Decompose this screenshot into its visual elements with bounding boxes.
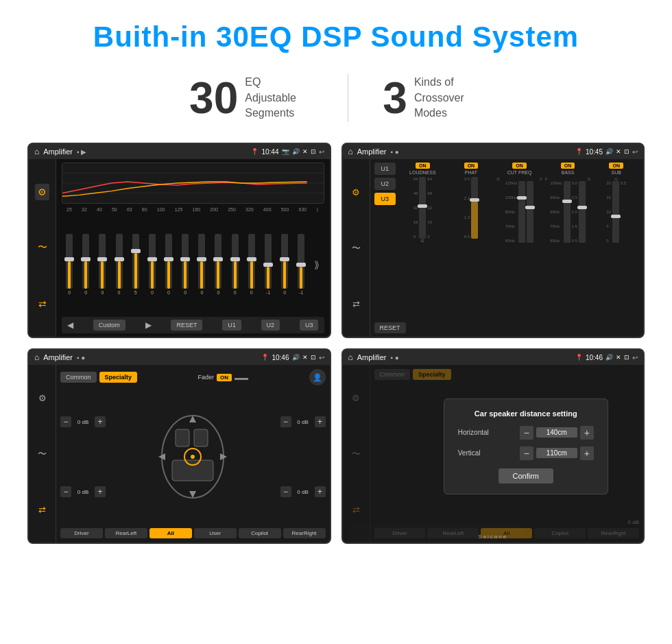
return-icon-3[interactable]: ↩ [319, 354, 324, 361]
slider-7[interactable]: 0 [182, 234, 189, 295]
fader-on-btn[interactable]: ON [217, 374, 232, 381]
home-icon-1[interactable]: ⌂ [34, 147, 39, 156]
dialog-vertical-plus[interactable]: + [580, 446, 594, 460]
spk-rearright-btn[interactable]: RearRight [283, 528, 326, 538]
slider-4[interactable]: 5 [132, 234, 139, 295]
eq-u1-btn[interactable]: U1 [222, 320, 241, 331]
crossover-sidebar-icon-eq[interactable]: ⚙ [352, 187, 360, 198]
eq-u3-btn[interactable]: U3 [300, 320, 319, 331]
band-bass-slider1[interactable] [564, 181, 571, 243]
slider-10[interactable]: 0 [232, 234, 239, 295]
slider-2[interactable]: 0 [99, 234, 106, 295]
user-avatar-icon[interactable]: 👤 [309, 369, 326, 385]
db-plus-tr[interactable]: + [315, 416, 326, 427]
db-val-tr: 0 dB [293, 419, 313, 425]
eq-reset-btn[interactable]: RESET [171, 320, 202, 331]
eq-nav-forward[interactable]: ▶ [145, 320, 152, 330]
db-plus-br[interactable]: + [315, 486, 326, 497]
eq-u2-btn[interactable]: U2 [261, 320, 280, 331]
eq-scroll-arrows[interactable]: ⟫ [314, 259, 320, 270]
return-icon-4[interactable]: ↩ [632, 354, 638, 361]
eq-sidebar-icon-vol[interactable]: ⇄ [36, 296, 49, 312]
distance-dialog: Car speaker distance setting Horizontal … [444, 398, 608, 494]
db-minus-tr[interactable]: − [280, 416, 291, 427]
db-minus-bl[interactable]: − [60, 486, 71, 497]
speaker-sidebar-icon-wave[interactable]: 〜 [38, 448, 47, 460]
db-minus-br[interactable]: − [280, 486, 291, 497]
slider-5[interactable]: 0 [149, 234, 156, 295]
speaker-content: ⚙ 〜 ⇄ Common Specialty Fader ON ▬▬ 👤 [29, 365, 330, 542]
slider-8[interactable]: 0 [198, 234, 205, 295]
band-phat: ON PHAT 3.02.11.30.5 [448, 163, 494, 243]
speaker-common-btn[interactable]: Common [60, 372, 97, 383]
spk-rearleft-btn[interactable]: RearLeft [105, 528, 147, 538]
spk-all-btn[interactable]: All [149, 528, 192, 538]
band-bass-on[interactable]: ON [561, 163, 575, 169]
band-sub-on[interactable]: ON [609, 163, 623, 169]
volume-icon-2: 🔊 [605, 148, 613, 155]
eq-sidebar-icon-wave[interactable]: 〜 [35, 239, 50, 257]
app-title-2: Amplifier [357, 147, 387, 156]
slider-11[interactable]: 0 [248, 234, 255, 295]
band-loudness-slider[interactable] [419, 177, 426, 239]
speaker-sidebar-icon-bluetooth[interactable]: ⇄ [38, 505, 46, 515]
eq-bottom-bar: ◀ Custom ▶ RESET U1 U2 U3 [62, 317, 324, 333]
speaker-specialty-btn[interactable]: Specialty [99, 372, 138, 383]
db-minus-tl[interactable]: − [60, 416, 71, 427]
db-plus-bl[interactable]: + [95, 486, 106, 497]
band-cutfreq-slider2[interactable] [527, 181, 533, 243]
slider-13[interactable]: 0 [281, 234, 288, 295]
spk-user-btn[interactable]: User [194, 528, 237, 538]
db-plus-tl[interactable]: + [95, 416, 106, 427]
statusbar-left-4: ⌂ Amplifier ▪ ● [348, 353, 399, 362]
band-sub-slider[interactable] [612, 181, 619, 243]
time-3: 10:46 [272, 354, 289, 361]
eq-nav-back[interactable]: ◀ [67, 320, 73, 330]
crossover-reset-btn[interactable]: RESET [374, 322, 406, 333]
pin-icon-3: 📍 [261, 354, 269, 361]
screen-distance: ⌂ Amplifier ▪ ● 📍 10:46 🔊 ✕ ⊡ ↩ ⚙ 〜 ⇄ [341, 348, 645, 544]
home-icon-2[interactable]: ⌂ [348, 147, 353, 156]
band-cutfreq-on[interactable]: ON [512, 163, 527, 169]
crossover-main: U1 U2 U3 ON LOUDNESS 644832160 [370, 159, 644, 337]
return-icon-1[interactable]: ↩ [319, 148, 324, 156]
dialog-vertical-minus[interactable]: − [520, 446, 533, 460]
bands-container: ON LOUDNESS 644832160 644832160 [400, 163, 639, 243]
spk-copilot-btn[interactable]: Copilot [239, 528, 281, 538]
band-cutfreq-slider1[interactable] [518, 181, 525, 243]
slider-0[interactable]: 0 [66, 234, 73, 295]
band-phat-slider[interactable] [471, 177, 478, 239]
band-loudness-on[interactable]: ON [416, 163, 430, 169]
fader-label: Fader [198, 374, 215, 381]
window-icon-3: ⊡ [311, 354, 316, 361]
db-val-bl: 0 dB [73, 489, 93, 495]
slider-1[interactable]: 0 [82, 234, 89, 295]
preset-u3[interactable]: U3 [374, 193, 396, 205]
slider-9[interactable]: 0 [215, 234, 221, 295]
slider-14[interactable]: -1 [298, 234, 304, 295]
spk-driver-btn[interactable]: Driver [60, 528, 103, 538]
slider-12[interactable]: -1 [265, 234, 272, 295]
home-icon-4[interactable]: ⌂ [348, 353, 353, 362]
preset-u1[interactable]: U1 [374, 163, 396, 175]
dialog-horizontal-minus[interactable]: − [520, 426, 533, 440]
band-phat-on[interactable]: ON [464, 163, 479, 169]
preset-u2[interactable]: U2 [374, 178, 396, 190]
eq-sidebar-icon-eq[interactable]: ⚙ [35, 184, 49, 200]
home-icon-3[interactable]: ⌂ [34, 353, 39, 362]
slider-3[interactable]: 0 [116, 234, 123, 295]
speaker-sidebar-icon-eq[interactable]: ⚙ [38, 393, 47, 403]
eq-custom-btn[interactable]: Custom [93, 320, 125, 331]
screen-crossover: ⌂ Amplifier ▪ ● 📍 10:45 🔊 ✕ ⊡ ↩ ⚙ 〜 ⇄ [341, 143, 645, 338]
dialog-horizontal-row: Horizontal − 140cm + [458, 426, 594, 440]
speaker-top-row: Common Specialty Fader ON ▬▬ 👤 [60, 369, 326, 385]
crossover-sidebar-icon-vol[interactable]: ⇄ [352, 299, 360, 309]
return-icon-2[interactable]: ↩ [632, 148, 638, 156]
statusbar-left-2: ⌂ Amplifier ▪ ● [348, 147, 399, 156]
dialog-confirm-button[interactable]: Confirm [499, 468, 553, 484]
dialog-horizontal-plus[interactable]: + [580, 426, 594, 440]
app-title-4: Amplifier [357, 353, 387, 361]
band-bass-slider2[interactable] [579, 181, 586, 243]
slider-6[interactable]: 0 [165, 234, 172, 295]
crossover-sidebar-icon-wave[interactable]: 〜 [352, 242, 361, 254]
